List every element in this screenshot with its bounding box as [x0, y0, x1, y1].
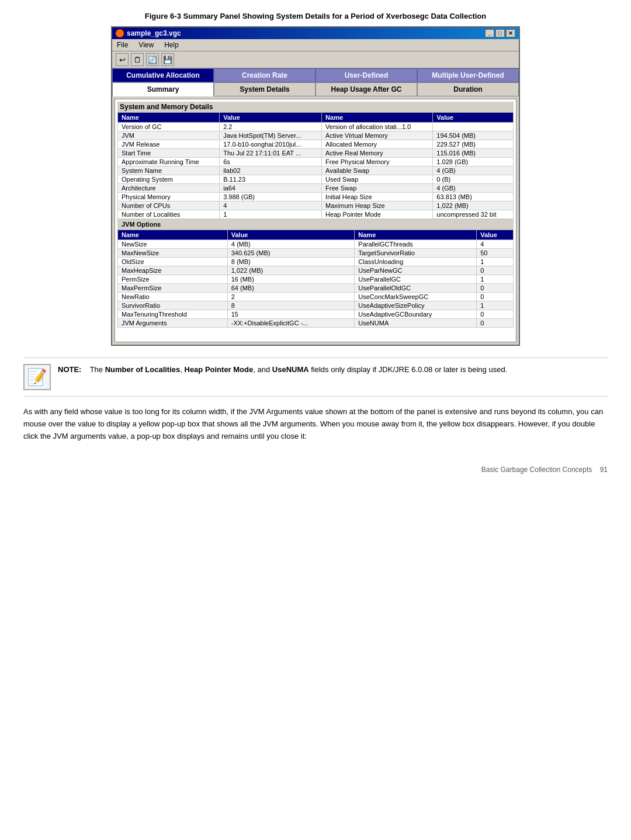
system-cell-6-0: Operating System — [118, 175, 220, 184]
col-header-value2: Value — [433, 113, 514, 123]
system-cell-9-1: 4 — [220, 202, 322, 210]
note-text: NOTE: The Number of Localities, Heap Poi… — [58, 364, 507, 376]
jvm-cell-9-0: JVM Arguments — [118, 319, 228, 328]
tab-duration[interactable]: Duration — [417, 82, 519, 96]
jvm-cell-2-1: 8 (MB) — [227, 258, 355, 266]
body-text: As with any field whose value is too lon… — [23, 406, 608, 442]
footer-text: Basic Garbage Collection Concepts — [481, 466, 592, 474]
footer-page: 91 — [600, 466, 608, 474]
system-cell-2-0: JVM Release — [118, 140, 220, 149]
jvm-cell-4-3: 1 — [477, 275, 514, 284]
jvm-options-header: JVM Options — [117, 219, 514, 230]
menu-bar: File View Help — [112, 39, 519, 51]
toolbar-back-button[interactable]: ↩ — [116, 53, 129, 66]
system-cell-6-1: B.11.23 — [220, 175, 322, 184]
jvm-cell-1-2: TargetSurvivorRatio — [355, 249, 477, 258]
system-cell-7-1: ia64 — [220, 184, 322, 193]
toolbar-save-button[interactable]: 💾 — [161, 53, 174, 66]
tab-summary[interactable]: Summary — [112, 82, 214, 96]
jvm-cell-3-1: 1,022 (MB) — [227, 266, 355, 275]
tab-user-defined[interactable]: User-Defined — [316, 68, 417, 82]
system-cell-10-1: 1 — [220, 210, 322, 219]
jvm-cell-5-2: UseParallelOldGC — [355, 284, 477, 293]
toolbar-copy-button[interactable]: 🗒 — [131, 53, 144, 66]
system-cell-5-2: Available Swap — [322, 166, 433, 175]
jvm-col-name1: Name — [118, 230, 228, 240]
menu-help[interactable]: Help — [162, 40, 181, 50]
jvm-cell-3-2: UseParNewGC — [355, 266, 477, 275]
system-cell-4-1: 6s — [220, 158, 322, 166]
system-table-row: Number of Localities1Heap Pointer Modeun… — [118, 210, 514, 219]
jvm-table-row: NewSize4 (MB)ParallelGCThreads4 — [118, 240, 514, 249]
jvm-cell-9-2: UseNUMA — [355, 319, 477, 328]
note-icon: 📝 — [23, 364, 51, 390]
app-icon — [116, 29, 124, 37]
jvm-cell-5-0: MaxPermSize — [118, 284, 228, 293]
col-header-value1: Value — [220, 113, 322, 123]
tab-multiple-user-defined[interactable]: Multiple User-Defined — [417, 68, 519, 82]
jvm-cell-0-1: 4 (MB) — [227, 240, 355, 249]
system-cell-5-3: 4 (GB) — [433, 166, 514, 175]
jvm-cell-8-3: 0 — [477, 310, 514, 319]
system-cell-3-2: Active Real Memory — [322, 149, 433, 158]
col-header-name2: Name — [322, 113, 433, 123]
tabs-row1: Cumulative Allocation Creation Rate User… — [112, 68, 519, 82]
jvm-cell-0-0: NewSize — [118, 240, 228, 249]
tab-creation-rate[interactable]: Creation Rate — [214, 68, 316, 82]
jvm-cell-0-2: ParallelGCThreads — [355, 240, 477, 249]
panel-spacer — [117, 328, 514, 339]
jvm-cell-1-1: 340.625 (MB) — [227, 249, 355, 258]
jvm-table-row: NewRatio2UseConcMarkSweepGC0 — [118, 293, 514, 301]
jvm-table-row: OldSize8 (MB)ClassUnloading1 — [118, 258, 514, 266]
system-cell-8-1: 3.988 (GB) — [220, 193, 322, 202]
jvm-cell-3-3: 0 — [477, 266, 514, 275]
jvm-cell-9-3: 0 — [477, 319, 514, 328]
system-cell-0-3 — [433, 123, 514, 131]
system-cell-9-2: Maximum Heap Size — [322, 202, 433, 210]
panel-content: System and Memory Details Name Value Nam… — [115, 99, 516, 342]
system-cell-5-1: ilab02 — [220, 166, 322, 175]
jvm-cell-9-1: -XX:+DisableExplicitGC -... — [227, 319, 355, 328]
tab-cumulative-allocation[interactable]: Cumulative Allocation — [112, 68, 214, 82]
window-title: sample_gc3.vgc — [127, 29, 181, 37]
tab-heap-usage[interactable]: Heap Usage After GC — [316, 82, 417, 96]
menu-view[interactable]: View — [136, 40, 156, 50]
jvm-table-row: MaxTenuringThreshold15UseAdaptiveGCBound… — [118, 310, 514, 319]
tabs-row2: Summary System Details Heap Usage After … — [112, 82, 519, 96]
tab-system-details[interactable]: System Details — [214, 82, 316, 96]
jvm-table-row: JVM Arguments-XX:+DisableExplicitGC -...… — [118, 319, 514, 328]
system-cell-3-3: 115.016 (MB) — [433, 149, 514, 158]
system-cell-1-2: Active Virtual Memory — [322, 131, 433, 140]
minimize-button[interactable]: _ — [485, 29, 494, 37]
system-cell-8-0: Physical Memory — [118, 193, 220, 202]
system-cell-6-2: Used Swap — [322, 175, 433, 184]
jvm-cell-7-3: 1 — [477, 301, 514, 310]
jvm-cell-6-0: NewRatio — [118, 293, 228, 301]
system-table-row: Operating SystemB.11.23Used Swap0 (B) — [118, 175, 514, 184]
jvm-table-row: PermSize16 (MB)UseParallelGC1 — [118, 275, 514, 284]
jvm-cell-2-2: ClassUnloading — [355, 258, 477, 266]
jvm-cell-8-2: UseAdaptiveGCBoundary — [355, 310, 477, 319]
system-cell-1-3: 194.504 (MB) — [433, 131, 514, 140]
jvm-cell-4-1: 16 (MB) — [227, 275, 355, 284]
jvm-table: Name Value Name Value NewSize4 (MB)Paral… — [117, 230, 514, 328]
note-content: The Number of Localities, Heap Pointer M… — [90, 365, 508, 374]
system-cell-3-1: Thu Jul 22 17:11:01 EAT ... — [220, 149, 322, 158]
jvm-cell-3-0: MaxHeapSize — [118, 266, 228, 275]
system-cell-7-3: 4 (GB) — [433, 184, 514, 193]
system-cell-4-0: Approximate Running Time — [118, 158, 220, 166]
jvm-cell-8-1: 15 — [227, 310, 355, 319]
system-cell-7-0: Architecture — [118, 184, 220, 193]
toolbar-refresh-button[interactable]: 🔄 — [146, 53, 159, 66]
menu-file[interactable]: File — [115, 40, 130, 50]
title-bar-left: sample_gc3.vgc — [116, 29, 181, 37]
maximize-button[interactable]: □ — [495, 29, 505, 37]
system-table-row: JVMJava HotSpot(TM) Server...Active Virt… — [118, 131, 514, 140]
close-button[interactable]: ✕ — [506, 29, 515, 37]
system-cell-1-1: Java HotSpot(TM) Server... — [220, 131, 322, 140]
jvm-cell-7-0: SurvivorRatio — [118, 301, 228, 310]
col-header-name1: Name — [118, 113, 220, 123]
system-cell-10-0: Number of Localities — [118, 210, 220, 219]
jvm-cell-2-3: 1 — [477, 258, 514, 266]
jvm-table-row: MaxHeapSize1,022 (MB)UseParNewGC0 — [118, 266, 514, 275]
